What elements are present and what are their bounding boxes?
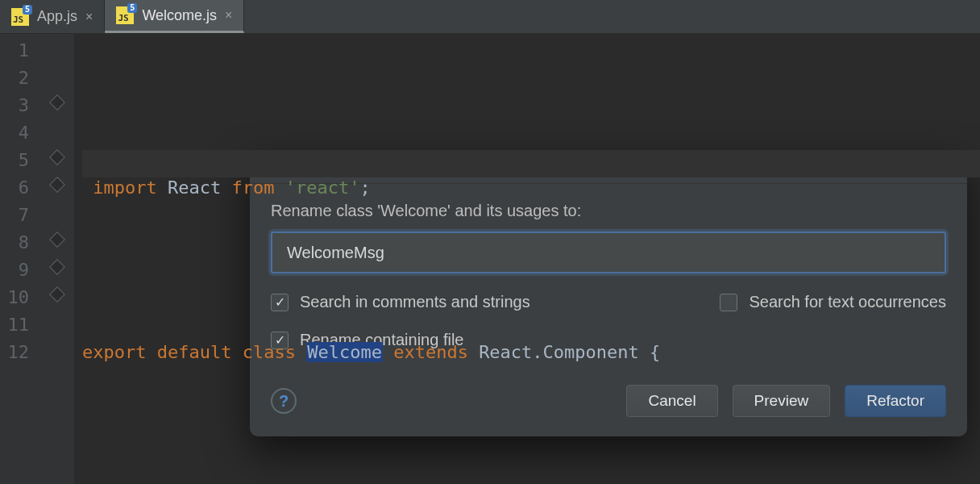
search-text-label: Search for text occurrences: [749, 293, 946, 311]
selected-identifier: Welcome: [306, 342, 383, 362]
line-number: 3: [0, 92, 29, 119]
tab-label: Welcome.js: [142, 7, 217, 24]
keyword: default: [157, 342, 232, 362]
tab-label: App.js: [37, 8, 77, 25]
line-number: 4: [0, 119, 29, 147]
cancel-button[interactable]: Cancel: [626, 385, 717, 417]
line-number-gutter: 1 2 3 4 5 6 7 8 9 10 11 12: [0, 34, 45, 484]
rename-prompt-label: Rename class 'Welcome' and its usages to…: [271, 202, 946, 220]
fold-marker-icon[interactable]: [49, 177, 65, 193]
identifier: React: [168, 177, 221, 198]
line-number: 12: [0, 339, 29, 366]
line-number: 7: [0, 202, 29, 229]
punct: {: [650, 342, 660, 362]
current-line-highlight: [82, 150, 980, 177]
line-number: 1: [0, 37, 29, 65]
js-file-icon: JS: [116, 6, 134, 24]
close-tab-icon[interactable]: ×: [225, 8, 232, 23]
line-number: 9: [0, 257, 29, 284]
line-number: 5: [0, 147, 29, 174]
fold-gutter: [45, 34, 74, 484]
tab-app-js[interactable]: JS App.js ×: [0, 0, 105, 33]
editor-tab-bar: JS App.js × JS Welcome.js ×: [0, 0, 980, 34]
preview-button[interactable]: Preview: [733, 385, 831, 417]
line-number: 8: [0, 229, 29, 257]
fold-marker-icon[interactable]: [49, 259, 65, 275]
keyword: import: [93, 177, 156, 198]
keyword: from: [231, 177, 274, 198]
fold-marker-icon[interactable]: [49, 286, 65, 302]
close-tab-icon[interactable]: ×: [85, 10, 93, 24]
keyword: extends: [393, 342, 468, 362]
fold-marker-icon[interactable]: [49, 232, 65, 248]
fold-marker-icon[interactable]: [49, 149, 65, 165]
string-literal: 'react': [285, 177, 360, 198]
line-number: 10: [0, 284, 29, 311]
js-file-icon: JS: [11, 8, 29, 26]
search-comments-checkbox[interactable]: [271, 294, 289, 311]
keyword: class: [243, 342, 296, 362]
help-button[interactable]: ?: [271, 388, 297, 414]
line-number: 11: [0, 311, 29, 339]
identifier: React.Component: [479, 342, 639, 362]
line-number: 2: [0, 65, 29, 92]
tab-welcome-js[interactable]: JS Welcome.js ×: [105, 0, 244, 33]
fold-marker-icon[interactable]: [49, 94, 65, 111]
search-comments-label: Search in comments and strings: [300, 293, 530, 311]
keyword: export: [82, 342, 146, 362]
refactor-button[interactable]: Refactor: [845, 385, 946, 417]
search-text-checkbox[interactable]: [720, 294, 737, 311]
punct: ;: [359, 177, 370, 198]
line-number: 6: [0, 174, 29, 202]
